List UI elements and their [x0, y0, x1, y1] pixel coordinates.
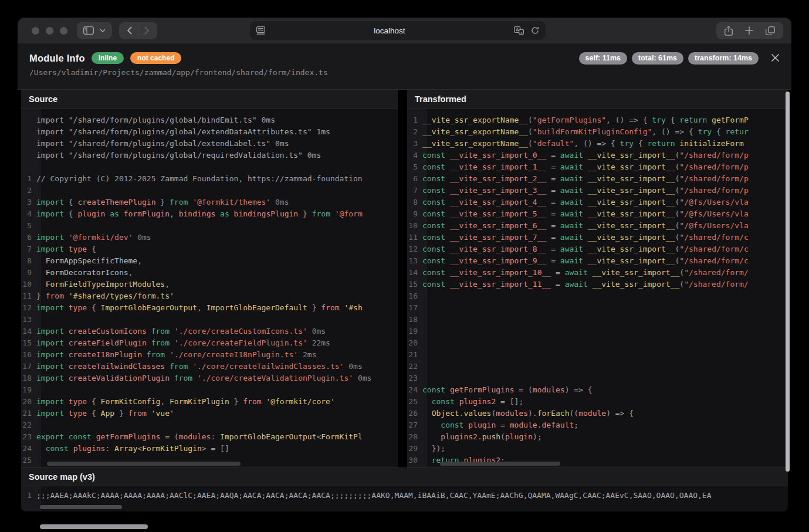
code-line: 16import createI18nPlugin from './core/c…: [21, 349, 398, 361]
line-number: 27: [407, 419, 422, 431]
line-number: 22: [21, 419, 36, 431]
line-number: 23: [407, 372, 422, 384]
code-line: 24 const plugins: Array<FormKitPlugin> =…: [21, 443, 398, 455]
code-line: 18import createValidationPlugin from './…: [21, 372, 398, 384]
total-time-badge: total: 61ms: [632, 52, 683, 65]
line-number: 7: [21, 243, 36, 255]
transformed-panel-title: Transformed: [407, 90, 787, 109]
source-panel: Source import "/shared/form/plugins/glob…: [21, 90, 398, 467]
minimize-window-button[interactable]: [46, 27, 53, 35]
reload-icon[interactable]: [531, 26, 539, 35]
code-line: 19: [407, 326, 787, 337]
line-number: 1: [407, 114, 422, 126]
line-number: 6: [407, 173, 422, 185]
line-number: 8: [21, 255, 36, 267]
zoom-window-button[interactable]: [60, 27, 67, 35]
navigation-buttons: [119, 22, 157, 39]
code-line: 8const __vite_ssr_import_4__ = await __v…: [407, 196, 787, 208]
sidebar-icon: [83, 26, 94, 35]
line-number: 10: [21, 279, 36, 290]
line-number: 20: [407, 337, 422, 349]
line-number: 7: [407, 185, 422, 196]
line-number: 29: [407, 443, 422, 455]
line-number: [21, 126, 36, 138]
self-time-badge: self: 11ms: [579, 52, 627, 65]
source-horizontal-scrollbar[interactable]: [47, 462, 241, 466]
sourcemap-horizontal-scrollbar[interactable]: [40, 505, 122, 509]
line-number: 10: [407, 220, 422, 232]
code-line: import "/shared/form/plugins/global/exte…: [21, 126, 398, 138]
line-number: 16: [21, 349, 36, 361]
transformed-horizontal-scrollbar[interactable]: [440, 462, 560, 466]
line-number: 26: [407, 408, 422, 419]
line-number: 1: [21, 490, 36, 501]
new-tab-icon[interactable]: [745, 26, 753, 35]
code-line: import "/shared/form/plugins/global/bind…: [21, 114, 398, 126]
line-number: 4: [407, 150, 422, 161]
code-line: 26 Object.values(modules).forEach((modul…: [407, 408, 787, 419]
line-number: 18: [21, 372, 36, 384]
page-vertical-scrollbar[interactable]: [786, 92, 790, 472]
source-panel-title: Source: [21, 90, 398, 109]
code-line: 7const __vite_ssr_import_3__ = await __v…: [407, 185, 787, 196]
sourcemap-code[interactable]: 1;;;AAEA;AAAkC;AAAA;AAAA;AAAA;AAClC;AAEA…: [21, 486, 788, 511]
address-bar[interactable]: localhost A x: [250, 21, 546, 40]
code-line: 23: [407, 372, 787, 384]
url-text[interactable]: localhost: [265, 26, 514, 35]
line-number: 12: [407, 243, 422, 255]
share-icon[interactable]: [725, 26, 733, 36]
code-line: 20: [407, 337, 787, 349]
code-line: 15import createFieldPlugin from './core/…: [21, 337, 398, 349]
line-number: 24: [407, 384, 422, 396]
code-line: 12const __vite_ssr_import_8__ = await __…: [407, 243, 787, 255]
code-line: 2: [21, 185, 398, 196]
line-number: 8: [407, 196, 422, 208]
sidebar-toggle-button[interactable]: [77, 22, 112, 39]
code-line: 1__vite_ssr_exportName__("getFormPlugins…: [407, 114, 787, 126]
line-number: 21: [407, 349, 422, 361]
line-number: 28: [407, 431, 422, 443]
translate-icon[interactable]: A x: [514, 26, 524, 35]
line-number: 14: [407, 267, 422, 279]
close-window-button[interactable]: [32, 27, 39, 35]
back-button[interactable]: [121, 22, 138, 39]
page-horizontal-scrollbar[interactable]: [40, 524, 148, 529]
line-number: 5: [21, 220, 36, 232]
close-button[interactable]: [769, 52, 781, 63]
chevron-down-icon: [100, 29, 106, 32]
line-number: 20: [21, 396, 36, 408]
code-line: 10const __vite_ssr_import_6__ = await __…: [407, 220, 787, 232]
code-line: 17: [407, 302, 787, 314]
reader-icon[interactable]: [256, 26, 265, 35]
line-number: 9: [21, 267, 36, 279]
code-line: 4const __vite_ssr_import_0__ = await __v…: [407, 150, 787, 161]
line-number: 14: [21, 326, 36, 337]
line-number: 17: [407, 302, 422, 314]
code-line: 1;;;AAEA;AAAkC;AAAA;AAAA;AAAA;AAClC;AAEA…: [21, 490, 788, 501]
source-code[interactable]: import "/shared/form/plugins/global/bind…: [21, 109, 398, 467]
code-line: 21: [407, 349, 787, 361]
tab-overview-icon[interactable]: [766, 26, 775, 35]
code-line: 3import { createThemePlugin } from '@for…: [21, 196, 398, 208]
code-line: 8 FormAppSpecificTheme,: [21, 255, 398, 267]
line-number: 23: [21, 431, 36, 443]
code-line: 19: [21, 384, 398, 396]
line-number: 3: [21, 196, 36, 208]
code-line: 10 FormFieldTypeImportModules,: [21, 279, 398, 290]
code-line: 13: [21, 314, 398, 326]
code-line: 6const __vite_ssr_import_2__ = await __v…: [407, 173, 787, 185]
line-number: [21, 150, 36, 161]
line-number: 3: [407, 138, 422, 150]
transformed-code[interactable]: 1__vite_ssr_exportName__("getFormPlugins…: [407, 109, 787, 467]
line-number: 13: [21, 314, 36, 326]
code-line: 14const __vite_ssr_import_10__ = await _…: [407, 267, 787, 279]
code-line: 13const __vite_ssr_import_9__ = await __…: [407, 255, 787, 267]
module-inspector: Module Info inline not cached self: 11ms…: [18, 43, 791, 516]
code-line: 23export const getFormPlugins = (modules…: [21, 431, 398, 443]
forward-button[interactable]: [138, 22, 155, 39]
line-number: [21, 114, 36, 126]
code-line: 21import type { App } from 'vue': [21, 408, 398, 419]
timing-metrics: self: 11ms total: 61ms transform: 14ms: [579, 52, 759, 65]
line-number: 9: [407, 208, 422, 220]
line-number: 19: [407, 326, 422, 337]
